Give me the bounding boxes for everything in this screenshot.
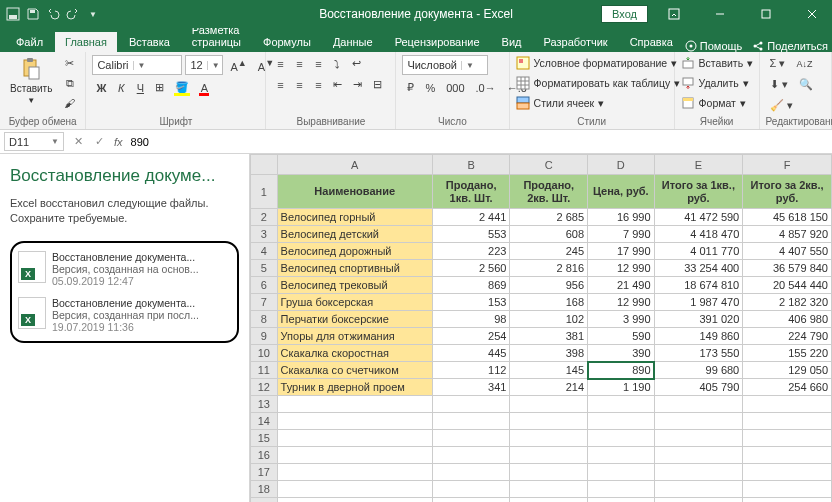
font-name-combo[interactable]: Calibri▼ [92,55,182,75]
header-cell[interactable]: Цена, руб. [588,175,655,209]
cell[interactable]: 1 987 470 [654,294,743,311]
cell[interactable] [588,447,655,464]
paste-button[interactable]: Вставить ▼ [6,55,56,107]
cell[interactable]: 33 254 400 [654,260,743,277]
merge-icon[interactable]: ⊟ [369,76,386,93]
cell[interactable]: 153 [432,294,510,311]
cell[interactable] [277,413,432,430]
cell[interactable]: 155 220 [743,345,832,362]
format-cells-button[interactable]: Формат ▾ [681,95,746,111]
cell[interactable] [432,464,510,481]
clear-icon[interactable]: 🧹 ▾ [766,97,797,114]
cell[interactable] [510,447,588,464]
autosave-icon[interactable] [6,7,20,21]
cell[interactable]: 1 190 [588,379,655,396]
cell[interactable] [510,498,588,503]
cell[interactable] [432,481,510,498]
row-header[interactable]: 10 [251,345,278,362]
cell[interactable]: 390 [588,345,655,362]
cell[interactable] [432,498,510,503]
cell[interactable]: 168 [510,294,588,311]
cell[interactable]: 4 857 920 [743,226,832,243]
cell[interactable] [654,498,743,503]
cell[interactable] [743,413,832,430]
header-cell[interactable]: Наименование [277,175,432,209]
cell[interactable]: 398 [510,345,588,362]
underline-button[interactable]: Ч [132,80,148,96]
cell[interactable]: 590 [588,328,655,345]
cell[interactable]: 254 660 [743,379,832,396]
cell[interactable] [277,481,432,498]
tab-разработчик[interactable]: Разработчик [534,32,618,52]
header-cell[interactable]: Итого за 1кв., руб. [654,175,743,209]
cell[interactable]: 406 980 [743,311,832,328]
cell[interactable]: Скакалка скоростная [277,345,432,362]
cell[interactable] [743,481,832,498]
align-left-icon[interactable]: ≡ [272,77,288,93]
column-header[interactable]: E [654,155,743,175]
cell[interactable] [743,447,832,464]
cell[interactable]: 12 990 [588,294,655,311]
minimize-button[interactable] [700,0,740,28]
tab-вид[interactable]: Вид [492,32,532,52]
tab-вставка[interactable]: Вставка [119,32,180,52]
cell[interactable]: 2 441 [432,209,510,226]
cell[interactable]: 224 790 [743,328,832,345]
format-painter-icon[interactable]: 🖌 [60,95,79,111]
tab-формулы[interactable]: Формулы [253,32,321,52]
maximize-button[interactable] [746,0,786,28]
decrease-indent-icon[interactable]: ⇤ [329,76,346,93]
cell[interactable] [510,481,588,498]
row-header[interactable]: 11 [251,362,278,379]
row-header[interactable]: 14 [251,413,278,430]
header-cell[interactable]: Итого за 2кв., руб. [743,175,832,209]
comma-icon[interactable]: 000 [442,80,468,96]
bold-button[interactable]: Ж [92,80,110,96]
increase-indent-icon[interactable]: ⇥ [349,76,366,93]
cell[interactable] [588,481,655,498]
cell[interactable]: 21 490 [588,277,655,294]
cell[interactable]: 129 050 [743,362,832,379]
cell[interactable] [277,498,432,503]
cell[interactable] [277,447,432,464]
cell[interactable]: 553 [432,226,510,243]
cell[interactable]: 2 816 [510,260,588,277]
cell[interactable] [743,430,832,447]
cell[interactable] [743,464,832,481]
copy-icon[interactable]: ⧉ [60,75,79,92]
cell[interactable]: 956 [510,277,588,294]
row-header[interactable]: 12 [251,379,278,396]
font-color-icon[interactable]: A [196,80,212,96]
cell[interactable]: 341 [432,379,510,396]
row-header[interactable]: 4 [251,243,278,260]
cell[interactable]: Груша боксерская [277,294,432,311]
row-header[interactable]: 1 [251,175,278,209]
header-cell[interactable]: Продано, 2кв. Шт. [510,175,588,209]
tab-справка[interactable]: Справка [620,32,683,52]
cell[interactable]: 18 674 810 [654,277,743,294]
cell[interactable]: 869 [432,277,510,294]
tab-данные[interactable]: Данные [323,32,383,52]
cell[interactable] [588,430,655,447]
cell[interactable] [743,498,832,503]
cell[interactable]: 112 [432,362,510,379]
row-header[interactable]: 13 [251,396,278,413]
cell[interactable]: 20 544 440 [743,277,832,294]
insert-function-icon[interactable]: fx [110,136,127,148]
cell[interactable] [432,430,510,447]
align-top-icon[interactable]: ≡ [272,56,288,72]
cell[interactable]: 4 407 550 [743,243,832,260]
align-center-icon[interactable]: ≡ [291,77,307,93]
cell[interactable]: 2 685 [510,209,588,226]
insert-cells-button[interactable]: Вставить ▾ [681,55,754,71]
worksheet-grid[interactable]: ABCDEF1НаименованиеПродано, 1кв. Шт.Прод… [250,154,832,502]
cell[interactable]: 17 990 [588,243,655,260]
row-header[interactable]: 16 [251,447,278,464]
cell[interactable] [432,447,510,464]
name-box[interactable]: D11▼ [4,132,64,151]
select-all-corner[interactable] [251,155,278,175]
align-right-icon[interactable]: ≡ [310,77,326,93]
cell[interactable]: Турник в дверной проем [277,379,432,396]
cell[interactable]: 145 [510,362,588,379]
tell-me[interactable]: Помощь [685,40,743,52]
